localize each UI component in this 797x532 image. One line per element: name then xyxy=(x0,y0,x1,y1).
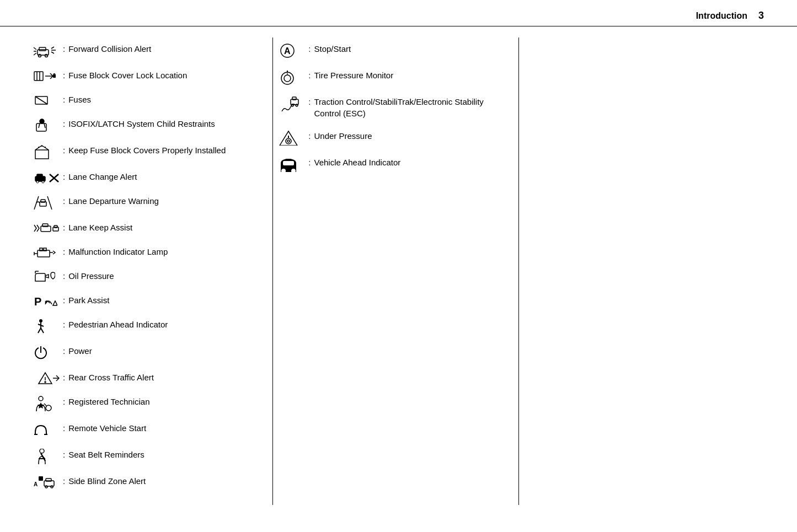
column-3 xyxy=(519,37,764,505)
tire-pressure-icon xyxy=(279,69,306,85)
svg-point-78 xyxy=(284,75,291,82)
header-page: 3 xyxy=(758,10,764,22)
power-icon xyxy=(33,345,61,361)
svg-point-61 xyxy=(46,405,51,411)
svg-point-74 xyxy=(51,486,53,488)
lane-departure-warning-label: Lane Departure Warning xyxy=(68,195,159,207)
svg-marker-49 xyxy=(53,301,57,305)
list-item-side-blind-zone: A : Side Blind Zone Alert xyxy=(33,475,261,488)
svg-line-67 xyxy=(41,453,45,461)
fuses-icon xyxy=(33,94,61,107)
svg-line-62 xyxy=(44,404,46,406)
svg-point-28 xyxy=(36,181,39,183)
pedestrian-ahead-label: Pedestrian Ahead Indicator xyxy=(68,319,168,330)
list-item-tire-pressure: : Tire Pressure Monitor xyxy=(279,69,507,85)
malfunction-indicator-icon xyxy=(33,246,61,259)
under-pressure-label: Under Pressure xyxy=(314,130,372,142)
svg-rect-35 xyxy=(41,200,45,202)
svg-line-6 xyxy=(34,53,36,55)
list-item-isofix: : ISOFIX/LATCH System Child Restraints xyxy=(33,118,261,133)
isofix-icon xyxy=(33,118,61,133)
list-item-remote-vehicle-start: : Remote Vehicle Start xyxy=(33,422,261,438)
power-label: Power xyxy=(68,345,92,357)
column-2: A : Stop/Start xyxy=(273,37,518,505)
forward-collision-alert-icon xyxy=(33,43,61,58)
header-title: Introduction xyxy=(696,11,747,21)
fuses-label: Fuses xyxy=(68,94,91,105)
stop-start-label: Stop/Start xyxy=(314,43,351,55)
svg-rect-10 xyxy=(34,72,43,80)
svg-point-86 xyxy=(286,138,291,144)
svg-text:A: A xyxy=(34,481,38,487)
list-item-traction-control: : Traction Control/StabiliTrak/Electroni… xyxy=(279,96,507,119)
list-item-oil-pressure: : Oil Pressure xyxy=(33,270,261,283)
oil-pressure-label: Oil Pressure xyxy=(68,270,114,282)
list-item-fuses: : Fuses xyxy=(33,94,261,107)
registered-technician-icon xyxy=(33,396,61,411)
list-item-park-assist: P : Park Assist xyxy=(33,294,261,308)
svg-line-20 xyxy=(44,123,45,128)
stop-start-icon: A xyxy=(279,43,306,58)
svg-rect-39 xyxy=(54,225,57,228)
pedestrian-ahead-icon xyxy=(33,319,61,334)
tire-pressure-label: Tire Pressure Monitor xyxy=(314,69,394,81)
list-item-fuse-block-cover-lock: : Fuse Block Cover Lock Location xyxy=(33,69,261,83)
svg-text:A: A xyxy=(284,46,291,56)
svg-line-7 xyxy=(51,47,54,49)
svg-point-2 xyxy=(39,55,41,57)
forward-collision-alert-label: Forward Collision Alert xyxy=(68,43,151,55)
svg-point-87 xyxy=(287,140,290,142)
svg-text:P: P xyxy=(34,295,41,308)
lane-change-alert-label: Lane Change Alert xyxy=(68,171,137,182)
page-header: Introduction 3 xyxy=(0,0,797,26)
page-container: Introduction 3 xyxy=(0,0,797,532)
park-assist-icon: P xyxy=(33,294,61,308)
svg-rect-72 xyxy=(46,479,51,481)
svg-point-80 xyxy=(287,73,288,74)
svg-rect-14 xyxy=(53,74,56,78)
svg-line-52 xyxy=(38,328,41,333)
fuse-block-cover-lock-label: Fuse Block Cover Lock Location xyxy=(68,69,187,81)
list-item-pedestrian-ahead: : Pedestrian Ahead Indicator xyxy=(33,319,261,334)
svg-point-58 xyxy=(45,381,46,383)
remote-vehicle-start-label: Remote Vehicle Start xyxy=(68,422,146,434)
svg-rect-1 xyxy=(39,47,46,51)
svg-line-9 xyxy=(51,52,54,53)
svg-line-19 xyxy=(39,123,40,128)
svg-rect-42 xyxy=(44,248,46,251)
list-item-vehicle-ahead: : Vehicle Ahead Indicator xyxy=(279,157,507,172)
svg-point-84 xyxy=(296,104,298,106)
lane-keep-assist-label: Lane Keep Assist xyxy=(68,222,132,233)
list-item-lane-keep-assist: : Lane Keep Assist xyxy=(33,222,261,235)
under-pressure-icon xyxy=(279,130,306,146)
isofix-label: ISOFIX/LATCH System Child Restraints xyxy=(68,118,215,130)
list-item-registered-technician: : Registered Technician xyxy=(33,396,261,411)
list-item-under-pressure: : Under Pressure xyxy=(279,130,507,146)
list-item-forward-collision-alert: : Forward Collision Alert xyxy=(33,43,261,58)
list-item-seat-belt: : Seat Belt Reminders xyxy=(33,449,261,464)
lane-keep-assist-icon xyxy=(33,222,61,235)
svg-line-4 xyxy=(34,47,36,50)
list-item-rear-cross-traffic: : Rear Cross Traffic Alert xyxy=(33,372,261,385)
svg-point-3 xyxy=(45,55,48,57)
malfunction-indicator-label: Malfunction Indicator Lamp xyxy=(68,246,168,257)
seat-belt-label: Seat Belt Reminders xyxy=(68,449,145,460)
list-item-power: : Power xyxy=(33,345,261,361)
rear-cross-traffic-label: Rear Cross Traffic Alert xyxy=(68,372,154,383)
oil-pressure-icon xyxy=(33,270,61,283)
traction-control-label: Traction Control/StabiliTrak/Electronic … xyxy=(314,96,507,119)
registered-technician-label: Registered Technician xyxy=(68,396,149,407)
svg-line-16 xyxy=(35,96,47,104)
svg-point-29 xyxy=(42,181,44,183)
lane-change-alert-icon xyxy=(33,171,61,184)
seat-belt-icon xyxy=(33,449,61,464)
list-item-keep-fuse-block: : Keep Fuse Block Covers Properly Instal… xyxy=(33,144,261,160)
svg-line-53 xyxy=(41,328,44,333)
park-assist-label: Park Assist xyxy=(68,294,109,306)
list-item-lane-change-alert: : Lane Change Alert xyxy=(33,171,261,184)
lane-departure-warning-icon xyxy=(33,195,61,211)
svg-point-60 xyxy=(39,396,43,401)
keep-fuse-block-icon xyxy=(33,144,61,160)
svg-rect-89 xyxy=(283,161,294,165)
svg-line-33 xyxy=(47,196,52,209)
